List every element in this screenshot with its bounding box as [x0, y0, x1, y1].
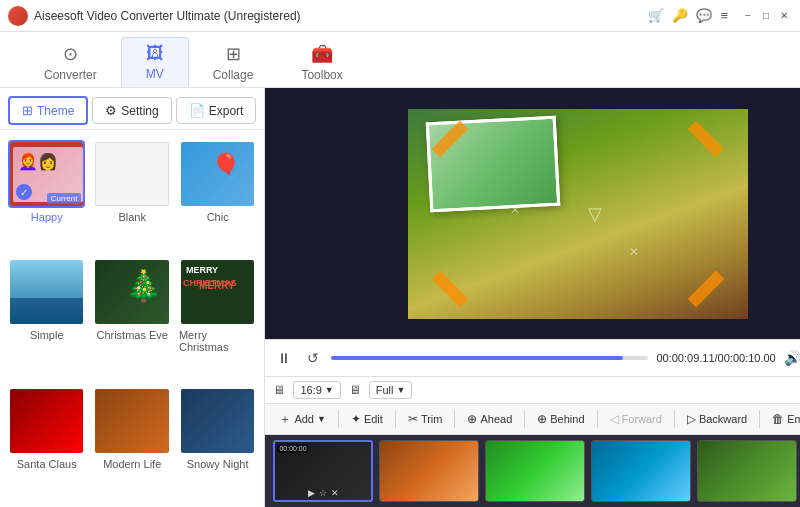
quality-select[interactable]: Full ▼: [369, 381, 413, 399]
close-button[interactable]: ✕: [776, 8, 792, 24]
strip-star-icon-1: ☆: [319, 488, 327, 498]
cart-icon[interactable]: 🛒: [648, 8, 664, 23]
theme-thumb-blank: [93, 140, 170, 208]
backward-button[interactable]: ▷ Backward: [679, 408, 755, 430]
chat-icon[interactable]: 💬: [696, 8, 712, 23]
ahead-icon: ⊕: [467, 412, 477, 426]
theme-label-snowy-night: Snowy Night: [187, 458, 249, 470]
edit-button[interactable]: ✦ Edit: [343, 408, 391, 430]
tab-mv[interactable]: 🖼 MV: [121, 37, 189, 87]
window-controls: − □ ✕: [740, 8, 792, 24]
volume-icon[interactable]: 🔊: [784, 350, 800, 366]
main-layout: ⊞ Theme ⚙ Setting 📄 Export ✓: [0, 88, 800, 507]
subtab-export[interactable]: 📄 Export: [176, 97, 257, 124]
play-overlay-indicator: ▽: [588, 203, 602, 225]
export-icon: 📄: [189, 103, 205, 118]
separator-2: [395, 410, 396, 428]
strip-thumb-inner-4: [592, 441, 690, 501]
ahead-button[interactable]: ⊕ Ahead: [459, 408, 520, 430]
app-title: Aiseesoft Video Converter Ultimate (Unre…: [34, 9, 648, 23]
theme-label-blank: Blank: [118, 211, 146, 223]
trim-icon: ✂: [408, 412, 418, 426]
forward-label: Forward: [622, 413, 662, 425]
theme-item-happy[interactable]: ✓ Current Happy: [8, 140, 85, 250]
separator-4: [524, 410, 525, 428]
aspect-ratio-value: 16:9: [300, 384, 321, 396]
tab-mv-label: MV: [146, 67, 164, 81]
strip-play-icon-1: ▶: [308, 488, 315, 498]
controls-bar: ⏸ ↺ 00:00:09.11/00:00:10.00 🔊 Export: [265, 339, 800, 376]
key-icon[interactable]: 🔑: [672, 8, 688, 23]
edit-label: Edit: [364, 413, 383, 425]
theme-item-blank[interactable]: Blank: [93, 140, 170, 250]
strip-thumb-3[interactable]: [485, 440, 585, 502]
progress-bar[interactable]: [331, 356, 648, 360]
behind-button[interactable]: ⊕ Behind: [529, 408, 592, 430]
theme-thumb-simple: [8, 258, 85, 326]
x-marker-2: ✕: [629, 245, 639, 259]
strip-thumb-2[interactable]: [379, 440, 479, 502]
theme-grid-icon: ⊞: [22, 103, 33, 118]
tab-collage-label: Collage: [213, 68, 254, 82]
sub-tabs: ⊞ Theme ⚙ Setting 📄 Export: [0, 88, 264, 130]
video-canvas: ▽ ✕ ✕: [408, 109, 748, 319]
trim-button[interactable]: ✂ Trim: [400, 408, 451, 430]
left-panel: ⊞ Theme ⚙ Setting 📄 Export ✓: [0, 88, 265, 507]
add-dropdown-arrow: ▼: [317, 414, 326, 424]
strip-thumb-inner-5: [698, 441, 796, 501]
separator-3: [454, 410, 455, 428]
tab-toolbox-label: Toolbox: [301, 68, 342, 82]
ahead-label: Ahead: [480, 413, 512, 425]
separator-6: [674, 410, 675, 428]
subtab-theme[interactable]: ⊞ Theme: [8, 96, 88, 125]
theme-item-simple[interactable]: Simple: [8, 258, 85, 380]
theme-grid: ✓ Current Happy Blank Chic: [0, 130, 264, 507]
theme-label-santa-claus: Santa Claus: [17, 458, 77, 470]
theme-label-christmas-eve: Christmas Eve: [96, 329, 168, 341]
empty-icon: 🗑: [772, 412, 784, 426]
strip-thumb-4[interactable]: [591, 440, 691, 502]
replay-button[interactable]: ↺: [303, 348, 323, 368]
display-icon: 🖥: [349, 383, 361, 397]
subtab-setting[interactable]: ⚙ Setting: [92, 97, 171, 124]
theme-item-christmas-eve[interactable]: Christmas Eve: [93, 258, 170, 380]
toolbox-icon: 🧰: [311, 43, 333, 65]
progress-fill: [331, 356, 623, 360]
separator-1: [338, 410, 339, 428]
theme-thumb-christmas-eve: [93, 258, 170, 326]
x-marker-1: ✕: [510, 203, 520, 217]
add-label: Add: [294, 413, 314, 425]
theme-item-modern-life[interactable]: Modern Life: [93, 387, 170, 497]
minimize-button[interactable]: −: [740, 8, 756, 24]
theme-label-modern-life: Modern Life: [103, 458, 161, 470]
aspect-ratio-select[interactable]: 16:9 ▼: [293, 381, 340, 399]
empty-button[interactable]: 🗑 Empty: [764, 408, 800, 430]
theme-item-merry-christmas[interactable]: MERRY CHRISTMAS Merry Christmas: [179, 258, 256, 380]
empty-label: Empty: [787, 413, 800, 425]
pause-button[interactable]: ⏸: [273, 348, 295, 368]
forward-icon: ◁: [610, 412, 619, 426]
forward-button[interactable]: ◁ Forward: [602, 408, 670, 430]
maximize-button[interactable]: □: [758, 8, 774, 24]
tab-collage[interactable]: ⊞ Collage: [189, 37, 278, 87]
theme-label-merry-christmas: Merry Christmas: [179, 329, 256, 353]
theme-thumb-merry-christmas: MERRY CHRISTMAS: [179, 258, 256, 326]
menu-icon[interactable]: ≡: [720, 8, 728, 23]
bottom-toolbar: ＋ Add ▼ ✦ Edit ✂ Trim ⊕ Ahead ⊕ Behi: [265, 403, 800, 435]
theme-item-snowy-night[interactable]: Snowy Night: [179, 387, 256, 497]
theme-item-chic[interactable]: Chic: [179, 140, 256, 250]
titlebar-icons: 🛒 🔑 💬 ≡: [648, 8, 728, 23]
subtab-export-label: Export: [209, 104, 244, 118]
time-display: 00:00:09.11/00:00:10.00: [656, 352, 775, 364]
tab-converter[interactable]: ⊙ Converter: [20, 37, 121, 87]
strip-thumb-5[interactable]: [697, 440, 797, 502]
backward-label: Backward: [699, 413, 747, 425]
theme-label-simple: Simple: [30, 329, 64, 341]
add-button[interactable]: ＋ Add ▼: [271, 407, 334, 432]
tab-toolbox[interactable]: 🧰 Toolbox: [277, 37, 366, 87]
theme-item-santa-claus[interactable]: Santa Claus: [8, 387, 85, 497]
strip-thumb-1[interactable]: 00:00:00 ▶ ☆ ✕: [273, 440, 373, 502]
photo-frame: [426, 115, 561, 212]
app-logo: [8, 6, 28, 26]
behind-label: Behind: [550, 413, 584, 425]
